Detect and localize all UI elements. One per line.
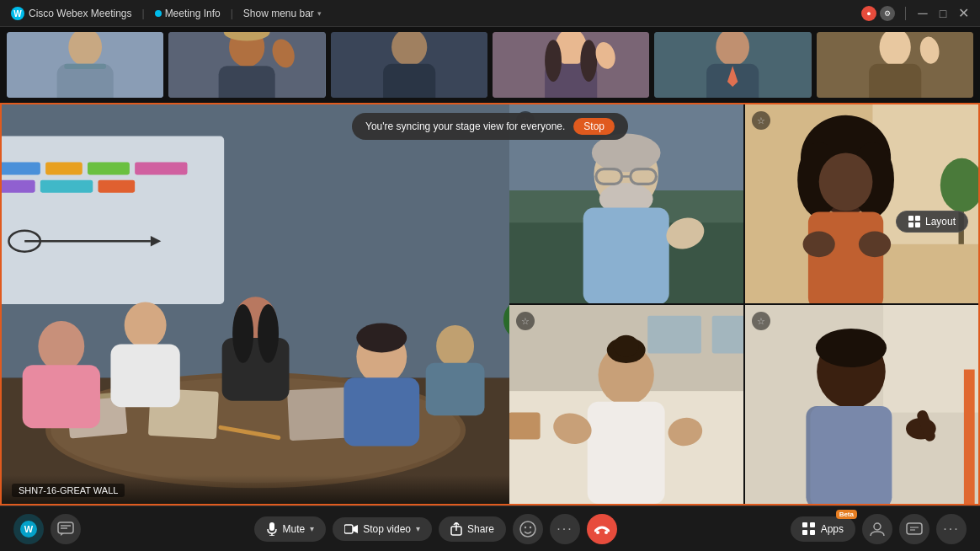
maximize-button[interactable]: □	[936, 7, 950, 20]
more-options-button[interactable]: ···	[550, 514, 580, 544]
toolbar-center: Mute ▾ Stop video ▾ Share	[254, 514, 617, 544]
svg-rect-134	[810, 522, 815, 527]
svg-point-101	[614, 335, 640, 357]
svg-rect-124	[344, 525, 353, 533]
svg-rect-121	[269, 522, 274, 531]
svg-rect-54	[23, 365, 100, 428]
meeting-info-btn[interactable]: Meeting Info	[155, 8, 221, 19]
main-stage: You're syncing your stage view for every…	[0, 103, 980, 506]
apps-button[interactable]: Apps	[791, 516, 855, 542]
svg-rect-62	[344, 377, 419, 446]
video-label: SHN7-16-GREAT WALL	[12, 484, 125, 497]
svg-rect-58	[222, 338, 290, 401]
webex-assistant-icon: W	[19, 520, 38, 538]
titlebar-right: ● ⚙ ─ □ ✕	[861, 6, 970, 21]
stop-video-chevron-icon: ▾	[416, 524, 420, 533]
thumbnail-6[interactable]	[817, 32, 973, 98]
svg-rect-26	[869, 64, 921, 98]
toolbar-right: Beta Apps	[791, 514, 967, 544]
svg-point-53	[38, 321, 84, 372]
video-cell-3: ☆	[509, 305, 743, 504]
svg-rect-41	[40, 180, 93, 193]
svg-text:W: W	[24, 524, 34, 534]
thumbnail-5[interactable]	[654, 32, 811, 98]
thumbnail-1[interactable]	[7, 32, 163, 98]
stop-video-button[interactable]: Stop video ▾	[333, 517, 432, 541]
thumbnail-strip	[0, 27, 980, 103]
video-large-overlay: SHN7-16-GREAT WALL	[2, 475, 509, 504]
svg-point-131	[596, 531, 599, 534]
svg-point-60	[258, 304, 279, 363]
layout-button[interactable]: Layout	[896, 211, 968, 233]
mute-chevron-icon: ▾	[310, 524, 314, 533]
chat-button[interactable]	[51, 514, 81, 544]
stop-video-label: Stop video	[363, 523, 411, 535]
svg-rect-28	[908, 216, 913, 221]
svg-rect-36	[2, 163, 40, 175]
svg-rect-136	[810, 530, 815, 535]
app-name: Cisco Webex Meetings	[29, 8, 132, 19]
sep1: |	[142, 8, 145, 19]
more-options-right-button[interactable]: ···	[936, 514, 967, 544]
reactions-button[interactable]	[513, 514, 543, 544]
show-menu-label: Show menu bar	[243, 8, 314, 19]
svg-text:W: W	[13, 9, 22, 19]
svg-rect-98	[509, 413, 541, 440]
svg-rect-37	[45, 163, 83, 175]
end-call-button[interactable]	[587, 514, 617, 544]
end-call-icon	[594, 524, 610, 534]
messages-icon	[906, 521, 923, 538]
svg-rect-90	[807, 212, 882, 303]
video-large: SHN7-16-GREAT WALL	[2, 104, 509, 504]
stop-sync-button[interactable]: Stop	[573, 118, 615, 135]
svg-point-137	[874, 523, 881, 530]
svg-point-89	[818, 152, 872, 211]
svg-rect-138	[907, 523, 922, 534]
minimize-button[interactable]: ─	[916, 7, 929, 20]
toolbar-left: W	[13, 514, 81, 544]
participant-thumb-3	[331, 32, 487, 98]
svg-rect-78	[583, 207, 669, 303]
svg-point-55	[125, 302, 167, 349]
svg-rect-108	[963, 370, 974, 504]
toolbar: W Mute ▾	[0, 506, 980, 551]
svg-rect-102	[588, 402, 665, 504]
svg-point-130	[530, 526, 531, 527]
star-icon-4[interactable]: ☆	[752, 312, 770, 330]
more-dots-icon: ···	[557, 522, 573, 537]
record-btn[interactable]: ●	[861, 6, 876, 21]
recording-indicators: ● ⚙	[861, 6, 895, 21]
svg-marker-125	[353, 525, 358, 533]
star-icon-2[interactable]: ☆	[752, 111, 770, 130]
mute-button[interactable]: Mute ▾	[254, 516, 327, 542]
show-menu-btn[interactable]: Show menu bar ▾	[243, 8, 322, 19]
info-dot	[155, 10, 162, 17]
thumbnail-4[interactable]	[493, 32, 649, 98]
settings-btn[interactable]: ⚙	[880, 6, 895, 21]
svg-rect-135	[802, 530, 807, 535]
svg-rect-112	[806, 406, 892, 504]
participant-thumb-6	[817, 32, 973, 98]
participant-thumb-4	[493, 32, 649, 98]
close-button[interactable]: ✕	[956, 7, 970, 20]
participants-button[interactable]	[862, 514, 892, 544]
apps-label: Apps	[821, 523, 844, 535]
apps-button-wrapper: Beta Apps	[791, 516, 855, 542]
emoji-icon	[519, 521, 536, 538]
svg-point-132	[605, 531, 608, 534]
svg-rect-39	[135, 163, 187, 175]
mute-label: Mute	[283, 523, 306, 535]
share-button[interactable]: Share	[439, 516, 506, 542]
messages-button[interactable]	[899, 514, 929, 544]
webex-assistant-button[interactable]: W	[13, 514, 44, 544]
participants-icon	[869, 521, 886, 538]
svg-rect-133	[802, 522, 807, 527]
svg-rect-5	[64, 64, 106, 69]
thumbnail-3[interactable]	[331, 32, 487, 98]
svg-point-128	[520, 522, 535, 537]
share-icon	[450, 522, 462, 536]
thumbnail-2[interactable]	[168, 32, 325, 98]
svg-point-64	[436, 325, 474, 367]
svg-rect-29	[915, 216, 920, 221]
participant-thumb-5	[654, 32, 811, 98]
